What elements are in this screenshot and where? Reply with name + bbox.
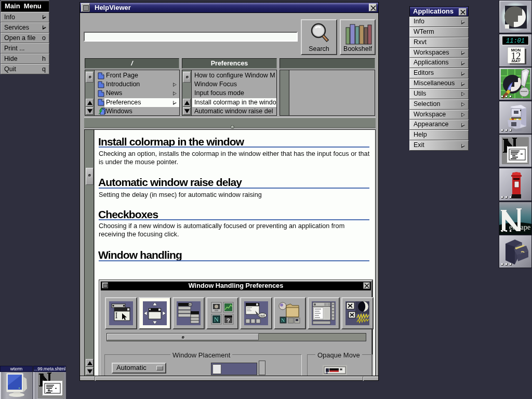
svg-text:N: N (281, 317, 285, 323)
svg-text:N: N (214, 316, 219, 323)
svg-text:11:01: 11:01 (506, 37, 525, 45)
svg-text:?: ? (227, 317, 230, 324)
svg-text:MAY: MAY (511, 59, 521, 63)
svg-text:rxvt: rxvt (259, 314, 265, 317)
